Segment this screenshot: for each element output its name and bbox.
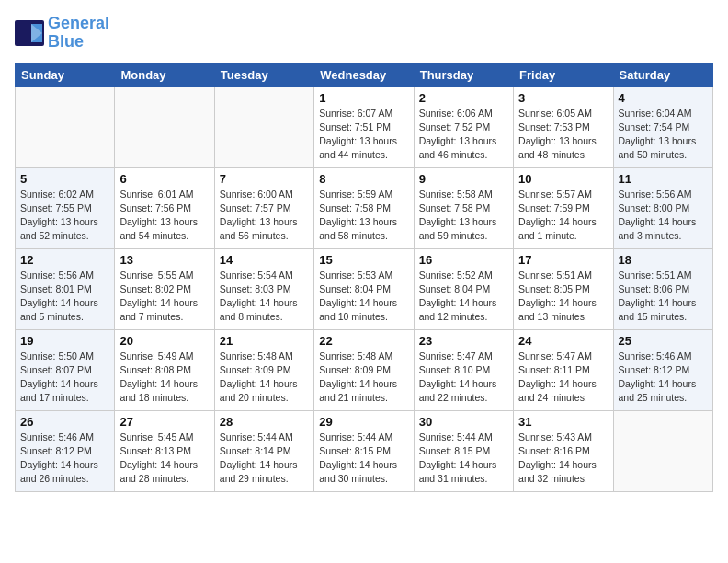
day-number: 23 <box>419 334 508 348</box>
calendar-cell: 29Sunrise: 5:44 AM Sunset: 8:15 PM Dayli… <box>314 410 414 491</box>
day-number: 4 <box>619 91 708 105</box>
day-number: 20 <box>119 334 209 348</box>
calendar-cell: 22Sunrise: 5:48 AM Sunset: 8:09 PM Dayli… <box>314 329 414 410</box>
day-info: Sunrise: 5:56 AM Sunset: 8:01 PM Dayligh… <box>20 269 109 325</box>
day-number: 30 <box>419 415 508 429</box>
day-number: 21 <box>220 334 309 348</box>
day-number: 31 <box>518 415 608 429</box>
logo: GeneralBlue <box>15 15 109 52</box>
day-info: Sunrise: 5:52 AM Sunset: 8:04 PM Dayligh… <box>419 269 508 325</box>
day-number: 13 <box>119 253 209 267</box>
day-info: Sunrise: 5:58 AM Sunset: 7:58 PM Dayligh… <box>419 188 508 244</box>
day-header-thursday: Thursday <box>414 63 513 86</box>
calendar-cell: 24Sunrise: 5:47 AM Sunset: 8:11 PM Dayli… <box>514 329 613 410</box>
calendar-cell: 28Sunrise: 5:44 AM Sunset: 8:14 PM Dayli… <box>214 410 313 491</box>
calendar-cell <box>115 86 214 167</box>
day-header-tuesday: Tuesday <box>214 63 313 86</box>
day-number: 5 <box>20 172 109 186</box>
calendar-week-1: 1Sunrise: 6:07 AM Sunset: 7:51 PM Daylig… <box>16 86 713 167</box>
day-number: 25 <box>619 334 708 348</box>
calendar-cell: 5Sunrise: 6:02 AM Sunset: 7:55 PM Daylig… <box>16 167 115 248</box>
calendar-cell: 16Sunrise: 5:52 AM Sunset: 8:04 PM Dayli… <box>414 248 513 329</box>
day-info: Sunrise: 5:45 AM Sunset: 8:13 PM Dayligh… <box>119 431 209 487</box>
day-number: 28 <box>220 415 309 429</box>
day-number: 3 <box>518 91 608 105</box>
calendar-cell: 31Sunrise: 5:43 AM Sunset: 8:16 PM Dayli… <box>514 410 613 491</box>
calendar-week-3: 12Sunrise: 5:56 AM Sunset: 8:01 PM Dayli… <box>16 248 713 329</box>
day-header-saturday: Saturday <box>613 63 712 86</box>
day-info: Sunrise: 5:53 AM Sunset: 8:04 PM Dayligh… <box>319 269 408 325</box>
day-info: Sunrise: 5:48 AM Sunset: 8:09 PM Dayligh… <box>319 350 408 406</box>
day-number: 9 <box>419 172 508 186</box>
calendar-week-2: 5Sunrise: 6:02 AM Sunset: 7:55 PM Daylig… <box>16 167 713 248</box>
day-info: Sunrise: 5:43 AM Sunset: 8:16 PM Dayligh… <box>518 431 608 487</box>
calendar-table: SundayMondayTuesdayWednesdayThursdayFrid… <box>15 63 713 492</box>
calendar-cell: 3Sunrise: 6:05 AM Sunset: 7:53 PM Daylig… <box>514 86 613 167</box>
day-info: Sunrise: 5:44 AM Sunset: 8:14 PM Dayligh… <box>220 431 309 487</box>
day-number: 8 <box>319 172 408 186</box>
day-number: 10 <box>518 172 608 186</box>
calendar-cell: 6Sunrise: 6:01 AM Sunset: 7:56 PM Daylig… <box>115 167 214 248</box>
day-info: Sunrise: 6:02 AM Sunset: 7:55 PM Dayligh… <box>20 188 109 244</box>
day-number: 11 <box>619 172 708 186</box>
calendar-cell: 9Sunrise: 5:58 AM Sunset: 7:58 PM Daylig… <box>414 167 513 248</box>
day-info: Sunrise: 5:56 AM Sunset: 8:00 PM Dayligh… <box>619 188 708 244</box>
calendar-cell <box>16 86 115 167</box>
calendar-cell: 14Sunrise: 5:54 AM Sunset: 8:03 PM Dayli… <box>214 248 313 329</box>
day-number: 15 <box>319 253 408 267</box>
day-info: Sunrise: 6:06 AM Sunset: 7:52 PM Dayligh… <box>419 107 508 163</box>
day-header-monday: Monday <box>115 63 214 86</box>
calendar-cell: 18Sunrise: 5:51 AM Sunset: 8:06 PM Dayli… <box>613 248 712 329</box>
day-info: Sunrise: 5:57 AM Sunset: 7:59 PM Dayligh… <box>518 188 608 244</box>
calendar-cell: 1Sunrise: 6:07 AM Sunset: 7:51 PM Daylig… <box>314 86 414 167</box>
day-header-friday: Friday <box>514 63 613 86</box>
day-header-sunday: Sunday <box>16 63 115 86</box>
day-number: 16 <box>419 253 508 267</box>
day-info: Sunrise: 5:47 AM Sunset: 8:10 PM Dayligh… <box>419 350 508 406</box>
logo-text: GeneralBlue <box>48 15 109 52</box>
day-number: 6 <box>119 172 209 186</box>
day-info: Sunrise: 5:59 AM Sunset: 7:58 PM Dayligh… <box>319 188 408 244</box>
day-number: 22 <box>319 334 408 348</box>
calendar-cell: 20Sunrise: 5:49 AM Sunset: 8:08 PM Dayli… <box>115 329 214 410</box>
calendar-week-4: 19Sunrise: 5:50 AM Sunset: 8:07 PM Dayli… <box>16 329 713 410</box>
day-number: 26 <box>20 415 109 429</box>
day-info: Sunrise: 5:44 AM Sunset: 8:15 PM Dayligh… <box>319 431 408 487</box>
calendar-body: 1Sunrise: 6:07 AM Sunset: 7:51 PM Daylig… <box>16 86 713 491</box>
calendar-cell: 7Sunrise: 6:00 AM Sunset: 7:57 PM Daylig… <box>214 167 313 248</box>
calendar-cell <box>613 410 712 491</box>
day-info: Sunrise: 6:00 AM Sunset: 7:57 PM Dayligh… <box>220 188 309 244</box>
day-info: Sunrise: 6:07 AM Sunset: 7:51 PM Dayligh… <box>319 107 408 163</box>
day-info: Sunrise: 5:49 AM Sunset: 8:08 PM Dayligh… <box>119 350 209 406</box>
calendar-cell: 13Sunrise: 5:55 AM Sunset: 8:02 PM Dayli… <box>115 248 214 329</box>
day-number: 29 <box>319 415 408 429</box>
day-number: 19 <box>20 334 109 348</box>
calendar-cell: 10Sunrise: 5:57 AM Sunset: 7:59 PM Dayli… <box>514 167 613 248</box>
calendar-cell: 21Sunrise: 5:48 AM Sunset: 8:09 PM Dayli… <box>214 329 313 410</box>
calendar-cell: 23Sunrise: 5:47 AM Sunset: 8:10 PM Dayli… <box>414 329 513 410</box>
day-number: 7 <box>220 172 309 186</box>
calendar-cell: 17Sunrise: 5:51 AM Sunset: 8:05 PM Dayli… <box>514 248 613 329</box>
day-number: 27 <box>119 415 209 429</box>
day-info: Sunrise: 5:48 AM Sunset: 8:09 PM Dayligh… <box>220 350 309 406</box>
day-number: 2 <box>419 91 508 105</box>
day-info: Sunrise: 5:51 AM Sunset: 8:05 PM Dayligh… <box>518 269 608 325</box>
calendar-cell: 4Sunrise: 6:04 AM Sunset: 7:54 PM Daylig… <box>613 86 712 167</box>
calendar-cell: 8Sunrise: 5:59 AM Sunset: 7:58 PM Daylig… <box>314 167 414 248</box>
page-header: GeneralBlue <box>15 15 713 52</box>
calendar-cell: 19Sunrise: 5:50 AM Sunset: 8:07 PM Dayli… <box>16 329 115 410</box>
calendar-cell: 2Sunrise: 6:06 AM Sunset: 7:52 PM Daylig… <box>414 86 513 167</box>
day-info: Sunrise: 5:47 AM Sunset: 8:11 PM Dayligh… <box>518 350 608 406</box>
day-number: 14 <box>220 253 309 267</box>
day-info: Sunrise: 6:01 AM Sunset: 7:56 PM Dayligh… <box>119 188 209 244</box>
calendar-cell: 26Sunrise: 5:46 AM Sunset: 8:12 PM Dayli… <box>16 410 115 491</box>
day-header-wednesday: Wednesday <box>314 63 414 86</box>
calendar-cell: 25Sunrise: 5:46 AM Sunset: 8:12 PM Dayli… <box>613 329 712 410</box>
day-info: Sunrise: 5:54 AM Sunset: 8:03 PM Dayligh… <box>220 269 309 325</box>
calendar-header-row: SundayMondayTuesdayWednesdayThursdayFrid… <box>16 63 713 86</box>
day-number: 24 <box>518 334 608 348</box>
day-info: Sunrise: 5:44 AM Sunset: 8:15 PM Dayligh… <box>419 431 508 487</box>
calendar-cell: 12Sunrise: 5:56 AM Sunset: 8:01 PM Dayli… <box>16 248 115 329</box>
day-info: Sunrise: 5:46 AM Sunset: 8:12 PM Dayligh… <box>619 350 708 406</box>
day-info: Sunrise: 5:51 AM Sunset: 8:06 PM Dayligh… <box>619 269 708 325</box>
